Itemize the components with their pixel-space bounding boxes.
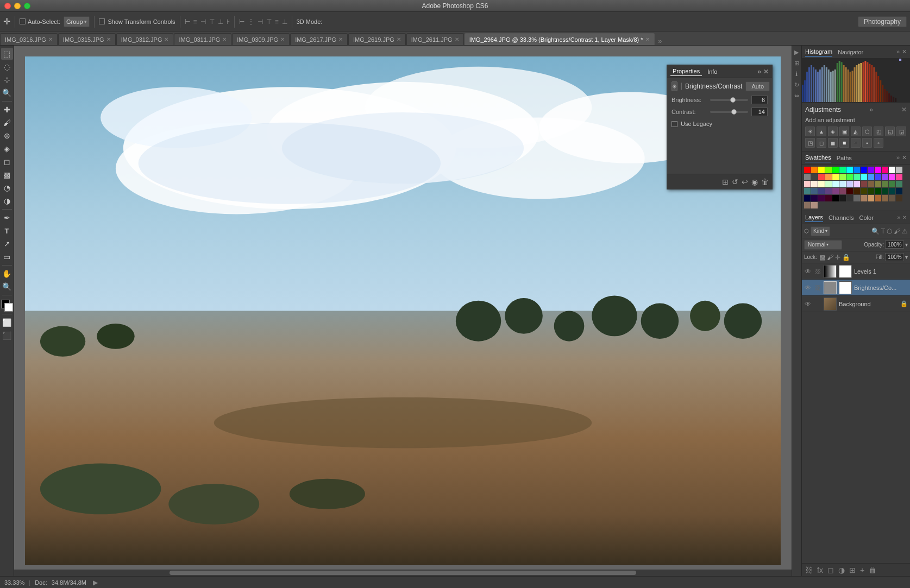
- swatch-53[interactable]: [882, 188, 888, 194]
- fill-arrow[interactable]: ▾: [905, 254, 908, 260]
- swatch-28[interactable]: [804, 181, 811, 187]
- eraser-tool[interactable]: ◻: [1, 156, 13, 168]
- contrast-thumb[interactable]: [731, 109, 737, 115]
- swatch-3[interactable]: [825, 167, 832, 173]
- adj-vibrance[interactable]: ◭: [851, 127, 861, 136]
- gutter-arrow-up[interactable]: ▶: [792, 48, 801, 56]
- path-selection-tool[interactable]: ↗: [1, 238, 13, 250]
- swatch-5[interactable]: [839, 167, 846, 173]
- histogram-tab[interactable]: Histogram: [805, 47, 832, 56]
- swatch-2[interactable]: [818, 167, 825, 173]
- use-legacy-checkbox[interactable]: [671, 121, 677, 127]
- swatch-13[interactable]: [896, 167, 902, 173]
- adj-exposure[interactable]: ▣: [839, 127, 849, 136]
- layer-link-levels[interactable]: ⛓: [814, 268, 821, 275]
- swatch-47[interactable]: [839, 188, 846, 194]
- transform-controls-checkbox[interactable]: [99, 18, 105, 24]
- panel-close-icon[interactable]: ✕: [763, 68, 769, 75]
- zoom-tool[interactable]: 🔍: [1, 281, 13, 293]
- distribute-center-h-icon[interactable]: ⋮: [248, 18, 254, 26]
- layers-expand-icon[interactable]: »: [897, 214, 900, 220]
- swatch-46[interactable]: [832, 188, 839, 194]
- adj-bw[interactable]: ◱: [885, 127, 895, 136]
- layer-mask-footer-icon[interactable]: ◻: [827, 566, 834, 574]
- align-left-icon[interactable]: ⊢: [185, 18, 190, 26]
- workspace-label[interactable]: Photography: [858, 16, 907, 27]
- swatch-56[interactable]: [804, 195, 811, 201]
- hand-tool[interactable]: ✋: [1, 268, 13, 280]
- swatch-69[interactable]: [896, 195, 902, 201]
- brightness-value[interactable]: 6: [751, 96, 768, 104]
- adj-curves[interactable]: ◈: [828, 127, 838, 136]
- swatch-1[interactable]: [811, 167, 818, 173]
- swatch-43[interactable]: [811, 188, 818, 194]
- swatch-65[interactable]: [868, 195, 874, 201]
- swatch-54[interactable]: [889, 188, 895, 194]
- swatch-37[interactable]: [868, 181, 874, 187]
- tab-4-close[interactable]: ✕: [280, 36, 285, 42]
- swatch-64[interactable]: [861, 195, 867, 201]
- auto-select-checkbox[interactable]: [20, 18, 26, 24]
- swatch-25[interactable]: [882, 174, 888, 180]
- swatch-36[interactable]: [861, 181, 867, 187]
- window-controls[interactable]: [4, 3, 30, 9]
- opacity-arrow[interactable]: ▾: [905, 242, 908, 248]
- tab-2-close[interactable]: ✕: [164, 36, 168, 42]
- pen-tool[interactable]: ✒: [1, 212, 13, 224]
- tab-8-active[interactable]: IMG_2964.JPG @ 33.3% (Brightness/Contras…: [465, 33, 655, 45]
- swatch-68[interactable]: [889, 195, 895, 201]
- adj-colorbalance[interactable]: ◰: [874, 127, 883, 136]
- layer-eye-background[interactable]: 👁: [804, 300, 812, 308]
- swatch-33[interactable]: [839, 181, 846, 187]
- swatch-41[interactable]: [896, 181, 902, 187]
- selection-tool[interactable]: ⬚: [1, 48, 13, 60]
- layers-close-icon[interactable]: ✕: [902, 214, 907, 220]
- layer-group-icon[interactable]: ⊞: [849, 566, 856, 574]
- navigator-tab[interactable]: Navigator: [838, 48, 863, 56]
- distribute-center-v-icon[interactable]: ≡: [275, 18, 279, 26]
- layers-icon3[interactable]: ⬡: [887, 227, 892, 235]
- contrast-slider[interactable]: [710, 111, 748, 113]
- layer-new-icon[interactable]: +: [860, 566, 864, 574]
- swatch-71[interactable]: [811, 202, 818, 208]
- panel-icon-2[interactable]: ↺: [732, 178, 738, 186]
- swatch-9[interactable]: [868, 167, 874, 173]
- kind-dropdown[interactable]: Kind: [811, 226, 830, 236]
- align-right-icon[interactable]: ⊣: [200, 18, 206, 26]
- swatch-23[interactable]: [868, 174, 874, 180]
- color-tab[interactable]: Color: [859, 213, 874, 222]
- layers-icon4[interactable]: 🖌: [894, 227, 900, 235]
- tab-expand-icon[interactable]: »: [658, 37, 662, 45]
- layers-tab[interactable]: Layers: [805, 213, 823, 222]
- swatch-29[interactable]: [811, 181, 818, 187]
- distribute-top-icon[interactable]: ⊤: [266, 18, 272, 26]
- swatch-12[interactable]: [889, 167, 895, 173]
- lock-all-icon[interactable]: 🔒: [842, 254, 850, 261]
- contrast-value[interactable]: 14: [751, 108, 768, 116]
- swatch-8[interactable]: [861, 167, 867, 173]
- adj-threshold[interactable]: ◾: [851, 138, 861, 148]
- info-tab[interactable]: Info: [705, 67, 719, 76]
- swatch-48[interactable]: [846, 188, 853, 194]
- healing-tool[interactable]: ✚: [1, 104, 13, 116]
- swatch-70[interactable]: [804, 202, 811, 208]
- dodge-tool[interactable]: ◑: [1, 195, 13, 207]
- swatch-34[interactable]: [846, 181, 853, 187]
- layers-icon5[interactable]: ⚠: [902, 227, 908, 235]
- swatch-22[interactable]: [861, 174, 867, 180]
- swatch-32[interactable]: [832, 181, 839, 187]
- tab-5[interactable]: IMG_2617.JPG ✕: [290, 33, 348, 45]
- align-center-v-icon[interactable]: ⊥: [218, 18, 223, 26]
- fill-value[interactable]: 100%: [885, 253, 904, 261]
- layer-eye-levels[interactable]: 👁: [804, 268, 812, 275]
- layer-link-footer-icon[interactable]: ⛓: [805, 566, 813, 574]
- paths-tab[interactable]: Paths: [837, 154, 852, 162]
- swatch-24[interactable]: [875, 174, 881, 180]
- properties-tab[interactable]: Properties: [670, 67, 702, 76]
- swatch-45[interactable]: [825, 188, 832, 194]
- maximize-button[interactable]: [24, 3, 30, 9]
- channels-tab[interactable]: Channels: [829, 213, 853, 222]
- swatches-expand-icon[interactable]: »: [896, 154, 900, 161]
- tab-2[interactable]: IMG_0312.JPG ✕: [116, 33, 174, 45]
- background-color[interactable]: [4, 303, 13, 312]
